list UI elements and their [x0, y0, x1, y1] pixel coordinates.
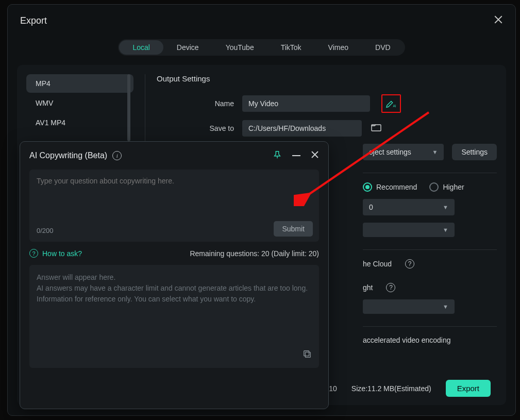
row-saveto: Save to C:/Users/HF/Downloads	[157, 120, 497, 137]
export-button[interactable]: Export	[446, 380, 491, 397]
format-av1[interactable]: AV1 MP4	[26, 113, 133, 132]
name-input[interactable]	[242, 95, 370, 112]
ai-answer-area: Answer will appear here. AI answers may …	[29, 265, 319, 368]
svg-rect-4	[304, 351, 309, 356]
hr3	[363, 326, 497, 327]
help-icon[interactable]: ?	[405, 259, 414, 268]
close-icon[interactable]	[494, 15, 503, 27]
format-mp4[interactable]: MP4	[26, 74, 133, 93]
saveto-value: C:/Users/HF/Downloads	[248, 124, 326, 132]
modal-footer: 10 Size:11.2 MB(Estimated) Export	[329, 380, 491, 397]
cloud-label: he Cloud	[363, 260, 392, 268]
modal-title: Export	[20, 15, 47, 26]
radio-recommend[interactable]: Recommend	[363, 182, 417, 192]
label-name: Name	[157, 99, 234, 108]
preset-select[interactable]: oject settings▼	[363, 144, 444, 160]
ai-question-input[interactable]	[37, 177, 312, 193]
minimize-icon[interactable]	[292, 155, 300, 156]
hr1	[363, 173, 497, 173]
ai-input-area: 0/200 Submit	[29, 170, 319, 242]
ai-copywriting-highlight: AI	[381, 94, 401, 113]
chevron-down-icon: ▼	[443, 304, 448, 310]
pin-icon[interactable]	[273, 150, 282, 161]
settings-button[interactable]: Settings	[452, 144, 497, 160]
ai-panel-header: AI Copywriting (Beta) i	[29, 150, 319, 161]
chevron-down-icon: ▼	[443, 204, 448, 210]
row-drop1: 0▼	[363, 199, 497, 215]
size-val: 11.2 MB(Estimated)	[367, 384, 431, 393]
help-icon[interactable]: ?	[386, 283, 395, 292]
row-drop2: ▼	[363, 223, 497, 237]
radio-circle-on-icon	[363, 182, 372, 192]
quality-radios: Recommend Higher	[363, 182, 464, 192]
tab-tiktok[interactable]: TikTok	[267, 40, 315, 55]
size-lbl: Size:	[351, 384, 367, 393]
ght-label: ght	[363, 283, 373, 292]
answer-ph-1: Answer will appear here.	[37, 272, 312, 283]
tab-youtube[interactable]: YouTube	[212, 40, 267, 55]
format-wmv[interactable]: WMV	[26, 94, 133, 112]
radio-higher-label: Higher	[443, 183, 464, 191]
tab-vimeo[interactable]: Vimeo	[315, 40, 362, 55]
svg-text:AI: AI	[393, 104, 396, 108]
preset-partial: oject settings	[369, 148, 411, 156]
row-preset: oject settings▼ Settings	[363, 144, 497, 160]
ai-copywriting-button[interactable]: AI	[384, 97, 398, 110]
answer-ph-2: AI answers may have a character limit an…	[37, 283, 312, 294]
tab-device[interactable]: Device	[163, 40, 212, 55]
svg-rect-3	[305, 352, 310, 357]
ai-header-controls	[273, 150, 319, 161]
tabs-wrap: Local Device YouTube TikTok Vimeo DVD	[118, 39, 405, 56]
answer-ph-3: Information for reference only. You can …	[37, 294, 312, 305]
howto-text: How to ask?	[42, 249, 82, 258]
label-saveto: Save to	[157, 124, 234, 132]
row-quality: Recommend Higher	[363, 182, 497, 192]
close-icon[interactable]	[311, 150, 319, 161]
encoding-label: accelerated video encoding	[363, 336, 450, 344]
dropdown-1[interactable]: 0▼	[363, 199, 455, 215]
radio-recommend-label: Recommend	[376, 183, 417, 191]
copy-icon[interactable]	[303, 349, 312, 362]
ai-panel-title: AI Copywriting (Beta)	[29, 151, 107, 160]
dropdown-3[interactable]: ▼	[363, 299, 455, 314]
sidebar-scrollbar[interactable]	[127, 74, 130, 141]
drop1-value: 0	[369, 203, 373, 211]
tab-local[interactable]: Local	[119, 40, 163, 55]
ai-meta-row: ? How to ask? Remaining questions: 20 (D…	[29, 249, 319, 258]
row-name: Name AI	[157, 94, 497, 113]
tab-dvd[interactable]: DVD	[362, 40, 404, 55]
info-icon[interactable]: i	[112, 151, 122, 160]
saveto-path[interactable]: C:/Users/HF/Downloads	[242, 120, 362, 137]
export-tabs: Local Device YouTube TikTok Vimeo DVD	[8, 39, 515, 56]
radio-higher[interactable]: Higher	[429, 182, 464, 192]
submit-button[interactable]: Submit	[274, 221, 313, 237]
row-ght: ght ?	[363, 283, 497, 292]
modal-header: Export	[8, 5, 515, 33]
folder-icon[interactable]	[371, 123, 381, 133]
footer-num: 10	[329, 384, 337, 393]
dropdown-2[interactable]: ▼	[363, 223, 455, 237]
section-title: Output Settings	[157, 74, 497, 83]
chevron-down-icon: ▼	[443, 227, 448, 233]
remaining-questions: Remaining questions: 20 (Daily limit: 20…	[190, 249, 319, 258]
row-cloud: he Cloud ?	[363, 259, 497, 268]
hr2	[363, 249, 497, 250]
question-icon: ?	[29, 249, 38, 258]
howto-link[interactable]: ? How to ask?	[29, 249, 82, 258]
row-encoding: accelerated video encoding	[363, 336, 497, 344]
chevron-down-icon: ▼	[432, 149, 438, 155]
row-drop3: ▼	[363, 299, 497, 314]
char-counter: 0/200	[37, 227, 54, 234]
radio-circle-off-icon	[429, 182, 439, 192]
ai-copywriting-panel: AI Copywriting (Beta) i 0/200 Submit ? H…	[20, 141, 329, 409]
footer-size: Size:11.2 MB(Estimated)	[351, 384, 431, 393]
